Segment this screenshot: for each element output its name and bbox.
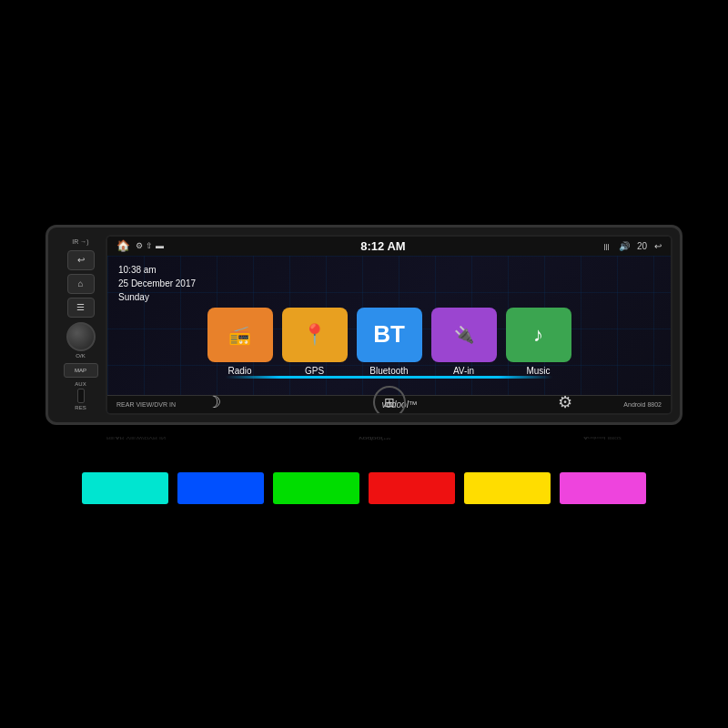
moon-icon: ☽ xyxy=(207,392,221,412)
knob-container: O/K xyxy=(66,322,96,359)
avin-icon-bg: 🔌 xyxy=(431,308,497,362)
app-radio[interactable]: 📻 Radio xyxy=(207,308,273,376)
music-label: Music xyxy=(526,366,550,376)
app-bluetooth[interactable]: BT Bluetooth xyxy=(357,308,422,376)
aux-label: AUX xyxy=(75,381,86,387)
eq-icon: ⫼ xyxy=(602,241,612,251)
bt-symbol: BT xyxy=(373,320,405,349)
status-right: ⫼ 🔊 20 ↩ xyxy=(602,241,662,251)
gear-icon: ⚙ xyxy=(558,392,572,412)
app-gps[interactable]: 📍 GPS xyxy=(282,308,348,376)
gps-symbol: 📍 xyxy=(302,323,327,347)
car-radio: IR →) ↩ ⌂ ☰ O/K MAP AUX RES 🏠 xyxy=(46,225,682,425)
android-icon: ⚙ xyxy=(136,241,143,250)
aux-res: AUX RES xyxy=(75,381,86,410)
bluetooth-icon-bg: BT xyxy=(357,308,422,362)
ir-label: IR →) xyxy=(72,238,88,246)
app-music[interactable]: ♪ Music xyxy=(506,308,571,376)
radio-symbol: 📻 xyxy=(228,324,251,346)
knob-label: O/K xyxy=(76,353,85,359)
music-icon-bg: ♪ xyxy=(506,308,571,362)
volume-icon: 🔊 xyxy=(619,241,630,251)
app-avin[interactable]: 🔌 AV-in xyxy=(431,308,497,376)
wifi-icon: ⇧ xyxy=(146,241,153,250)
volume-knob[interactable] xyxy=(66,322,96,351)
color-swatches xyxy=(82,472,646,504)
volume-level: 20 xyxy=(637,241,647,251)
grid-icon: ⊞ xyxy=(384,395,395,410)
gps-icon-bg: 📍 xyxy=(282,308,348,362)
status-time: 8:12 AM xyxy=(360,239,405,253)
moon-button[interactable]: ☽ xyxy=(197,386,230,415)
back-icon: ↩ xyxy=(654,241,662,251)
res-label: RES xyxy=(75,405,86,410)
datetime-display: 10:38 am 25 December 2017 Sunday xyxy=(118,263,196,304)
music-symbol: ♪ xyxy=(533,323,543,347)
home-screen-icon: 🏠 xyxy=(116,239,130,252)
status-bar: 🏠 ⚙ ⇧ ▬ 8:12 AM ⫼ 🔊 20 ↩ xyxy=(107,237,671,256)
gps-label: GPS xyxy=(305,366,324,376)
radio-icon-bg: 📻 xyxy=(207,308,273,362)
app-grid: 📻 Radio 📍 GPS BT Blueto xyxy=(107,308,671,376)
status-left: 🏠 ⚙ ⇧ ▬ xyxy=(116,239,164,252)
swatch-cyan[interactable] xyxy=(82,472,168,504)
avin-symbol: 🔌 xyxy=(454,325,474,345)
left-buttons: ↩ ⌂ ☰ xyxy=(67,250,95,318)
home-button[interactable]: ⌂ xyxy=(67,274,95,294)
radio-label: Radio xyxy=(228,366,251,376)
date-display: 25 December 2017 xyxy=(118,277,196,290)
swatch-green[interactable] xyxy=(273,472,359,504)
back-button[interactable]: ↩ xyxy=(67,250,95,270)
battery-icon: ▬ xyxy=(156,241,164,250)
main-content: 10:38 am 25 December 2017 Sunday 📻 Radio xyxy=(107,256,671,415)
top-section: 10:38 am 25 December 2017 Sunday xyxy=(107,256,671,304)
aux-port[interactable] xyxy=(77,389,85,403)
device-wrapper: IR →) ↩ ⌂ ☰ O/K MAP AUX RES 🏠 xyxy=(46,225,682,504)
apps-button[interactable]: ⊞ xyxy=(373,386,406,415)
menu-button[interactable]: ☰ xyxy=(67,298,95,318)
time-display: 10:38 am xyxy=(118,263,196,277)
reflection-bar: REAR VIEW/DVR IN vodool™ Android 8802 xyxy=(46,434,682,441)
map-button[interactable]: MAP xyxy=(64,363,98,378)
status-icons: ⚙ ⇧ ▬ xyxy=(136,241,164,250)
avin-label: AV-in xyxy=(453,366,474,376)
swatch-blue[interactable] xyxy=(177,472,264,504)
left-panel: IR →) ↩ ⌂ ☰ O/K MAP AUX RES xyxy=(56,235,106,415)
settings-button[interactable]: ⚙ xyxy=(549,386,581,415)
day-display: Sunday xyxy=(118,290,196,304)
swatch-pink[interactable] xyxy=(560,472,646,504)
swatch-yellow[interactable] xyxy=(464,472,551,504)
screen: 🏠 ⚙ ⇧ ▬ 8:12 AM ⫼ 🔊 20 ↩ xyxy=(106,235,672,415)
bluetooth-label: Bluetooth xyxy=(369,366,408,376)
bottom-bar: ☽ ⊞ ⚙ xyxy=(107,379,671,415)
swatch-red[interactable] xyxy=(369,472,455,504)
